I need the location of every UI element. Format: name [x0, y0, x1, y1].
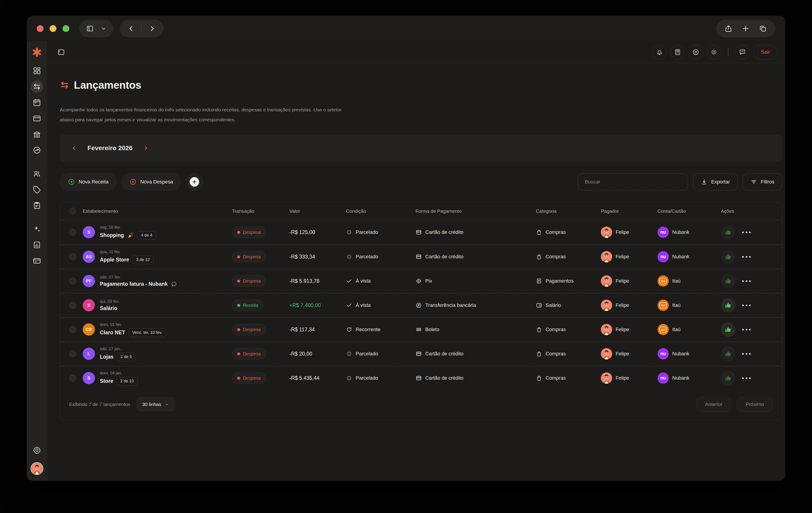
payer-avatar [601, 324, 612, 335]
row-menu-button[interactable] [742, 304, 751, 306]
theme-toggle-button[interactable] [707, 45, 721, 59]
sidebar-item-tags[interactable] [31, 183, 43, 196]
panel-toggle-icon[interactable] [57, 48, 65, 56]
table-row[interactable]: AS qua, 11 fev. Apple Store 3 de 12 Desp… [60, 244, 782, 269]
approve-button[interactable] [721, 322, 735, 337]
bank-icon [33, 130, 41, 139]
new-expense-button[interactable]: Nova Despesa [121, 173, 181, 190]
browser-sidebar-toggle[interactable] [79, 20, 113, 37]
account-logo: nu [658, 372, 669, 384]
month-selector: Fevereiro 2026 [60, 135, 782, 161]
payment-method-icon [415, 326, 422, 333]
quick-add-button[interactable] [186, 173, 203, 190]
rows-per-page-select[interactable]: 30 linhas [136, 397, 175, 411]
table-row[interactable]: PF sáb, 07 fev. Pagamento fatura - Nuban… [60, 269, 782, 293]
approve-button[interactable] [721, 274, 735, 288]
sidebar-item-accounts[interactable] [31, 254, 43, 267]
condition-icon [346, 351, 352, 357]
calculator-icon [674, 49, 681, 56]
row-menu-button[interactable] [742, 377, 751, 379]
row-checkbox[interactable] [69, 350, 76, 357]
forward-icon[interactable] [148, 25, 156, 32]
sidebar-item-planning[interactable] [31, 199, 43, 212]
thumbs-up-icon [725, 277, 732, 285]
sidebar-item-settings[interactable] [31, 443, 43, 456]
sidebar-item-cards[interactable] [31, 112, 43, 125]
search-input[interactable] [578, 173, 688, 190]
new-income-button[interactable]: Nova Receita [60, 173, 116, 190]
row-menu-button[interactable] [742, 329, 751, 330]
row-menu-button[interactable] [742, 256, 751, 258]
sidebar-item-ai[interactable] [31, 223, 43, 236]
condition-label: À vista [356, 278, 371, 284]
new-tab-icon[interactable] [742, 25, 750, 32]
thumbs-up-icon [725, 302, 732, 309]
table-row[interactable]: CN dom, 01 fev. Claro NET Venc. ter, 10 … [60, 317, 782, 342]
row-checkbox[interactable] [69, 374, 76, 382]
share-icon[interactable] [725, 25, 732, 32]
row-checkbox[interactable] [69, 253, 76, 260]
credit-card-icon [33, 114, 41, 123]
notifications-button[interactable] [652, 45, 667, 59]
privacy-toggle-button[interactable] [689, 45, 703, 59]
establishment-name: Shopping [100, 232, 124, 238]
filters-button[interactable]: Filtros [743, 173, 782, 190]
app-window: Sair Lançamentos Acompanhe todos os lanç… [27, 16, 785, 481]
table-row[interactable]: L sáb, 17 jan. Lojas 2 de 5 Despesa -R$ … [60, 342, 782, 366]
sidebar-item-reports[interactable] [31, 239, 43, 251]
sidebar-item-transactions[interactable] [31, 80, 43, 93]
next-page-button[interactable]: Próximo [737, 397, 773, 412]
table-row[interactable]: S seg, 16 fev. Shopping 4 de 4 Despesa -… [60, 220, 782, 244]
thumbs-up-icon [725, 253, 732, 260]
zoom-window-button[interactable] [62, 25, 69, 32]
row-checkbox[interactable] [69, 302, 76, 309]
category-icon [536, 326, 542, 333]
app-sidebar [27, 41, 47, 481]
transaction-type-badge: Despesa [232, 251, 266, 262]
close-window-button[interactable] [37, 25, 44, 32]
category-icon [536, 229, 542, 236]
logout-button[interactable]: Sair [753, 45, 778, 59]
sidebar-item-investments[interactable] [31, 144, 43, 157]
payment-method-label: Cartão de crédito [425, 254, 464, 260]
sidebar-item-dashboard[interactable] [31, 64, 43, 77]
establishment-avatar: CN [83, 323, 95, 336]
previous-page-button[interactable]: Anterior [696, 397, 731, 412]
back-icon[interactable] [127, 25, 135, 32]
calculator-button[interactable] [670, 45, 685, 59]
condition-icon [346, 278, 352, 284]
circle-plus-icon [129, 178, 137, 186]
next-month-button[interactable] [143, 145, 149, 151]
approve-button[interactable] [721, 249, 735, 264]
row-menu-button[interactable] [742, 353, 751, 355]
transaction-value: +R$ 7.400,00 [289, 302, 346, 308]
approve-button[interactable] [721, 225, 735, 240]
approve-button[interactable] [721, 298, 735, 313]
row-menu-button[interactable] [742, 280, 751, 282]
sidebar-item-members[interactable] [31, 167, 43, 180]
page-title: Lançamentos [74, 79, 141, 91]
row-checkbox[interactable] [69, 326, 76, 333]
approve-button[interactable] [721, 347, 735, 361]
row-checkbox[interactable] [69, 228, 76, 236]
tab-overview-icon[interactable] [759, 25, 767, 32]
download-icon [701, 179, 707, 185]
sidebar-item-banks[interactable] [31, 128, 43, 141]
export-button[interactable]: Exportar [693, 173, 738, 190]
row-menu-button[interactable] [742, 232, 751, 233]
row-checkbox[interactable] [69, 277, 76, 285]
user-avatar[interactable] [31, 462, 43, 475]
table-row[interactable]: S dom, 04 jan. Store 2 de 10 Despesa -R$… [60, 366, 782, 390]
results-summary: Exibindo 7 de 7 lançamentos [69, 402, 130, 407]
comment-icon[interactable] [171, 281, 177, 287]
table-row[interactable]: S qui, 05 fev. Salário Receita +R$ 7.400… [60, 293, 782, 317]
feedback-button[interactable] [735, 45, 750, 59]
minimize-window-button[interactable] [50, 25, 56, 32]
transaction-type-badge: Despesa [232, 372, 266, 384]
select-all-checkbox[interactable] [69, 208, 76, 215]
previous-month-button[interactable] [71, 145, 77, 151]
sidebar-item-calendar[interactable] [31, 96, 43, 109]
approve-button[interactable] [721, 371, 735, 385]
category-label: Compras [546, 229, 566, 235]
payer-name: Felipe [615, 351, 629, 357]
